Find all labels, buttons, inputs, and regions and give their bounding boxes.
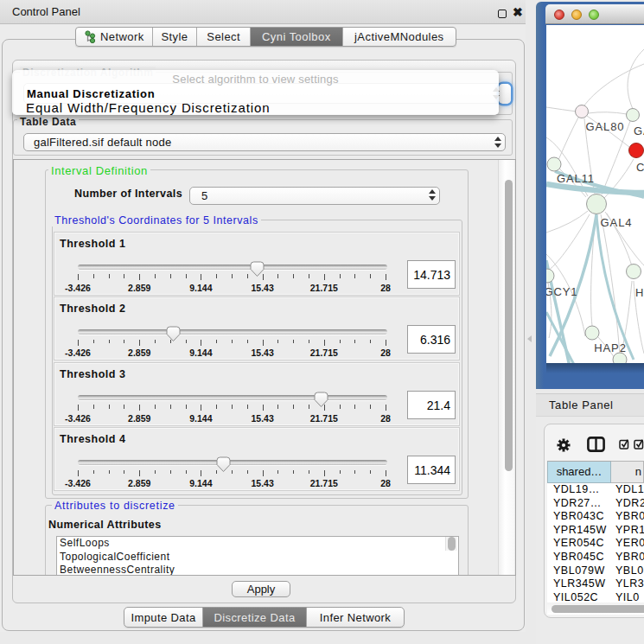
svg-text:GA: GA bbox=[634, 124, 644, 137]
svg-text:C: C bbox=[636, 161, 644, 174]
svg-text:GCY1: GCY1 bbox=[546, 285, 578, 298]
svg-text:GAL4: GAL4 bbox=[601, 216, 633, 229]
svg-text:GAL11: GAL11 bbox=[557, 172, 595, 185]
svg-text:HAP2: HAP2 bbox=[594, 341, 627, 354]
svg-text:H: H bbox=[635, 286, 644, 299]
svg-text:GAL80: GAL80 bbox=[586, 120, 625, 133]
